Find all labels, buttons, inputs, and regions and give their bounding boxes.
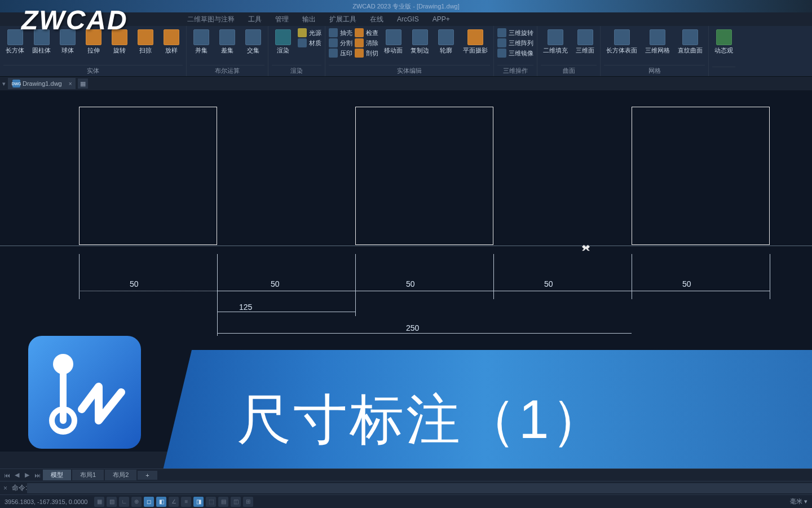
command-input[interactable] — [27, 483, 812, 493]
dim-text: 125 — [239, 303, 252, 312]
split-button[interactable]: 分割清除 — [329, 38, 378, 47]
dwg-icon: DWG — [12, 80, 20, 87]
menu-item[interactable]: 工具 — [241, 15, 268, 24]
panel-title: 网格 — [604, 65, 705, 75]
boxsurface-button[interactable]: 长方体表面 — [604, 28, 639, 56]
union-button[interactable]: 并集 — [190, 28, 213, 56]
annomon-toggle[interactable]: ⊞ — [243, 497, 253, 507]
next-tab-button[interactable]: ▶ — [23, 471, 32, 480]
shell-icon — [329, 28, 338, 37]
osnap-toggle[interactable]: ◻ — [144, 497, 154, 507]
grid-toggle[interactable]: ▦ — [94, 497, 104, 507]
doc-tab-drawing1[interactable]: DWG Drawing1.dwg × — [8, 78, 76, 89]
rotate3d-button[interactable]: 三维旋转 — [497, 28, 533, 37]
mirror3d-button[interactable]: 三维镜像 — [497, 49, 533, 58]
sweep-button[interactable]: 扫掠 — [134, 28, 157, 56]
check-icon — [355, 28, 364, 37]
ribbon-panel-surface: 二维填充 三维面 曲面 — [537, 26, 601, 76]
ribbon-panel-view: 动态观 — [709, 26, 739, 76]
flatshot-icon — [467, 29, 483, 45]
menu-item[interactable]: APP+ — [426, 15, 457, 23]
transp-toggle[interactable]: ▤ — [218, 497, 228, 507]
dim-ext — [770, 254, 770, 299]
union-icon — [193, 29, 209, 45]
cursor-coords: 3956.1803, -167.3915, 0.0000 — [5, 498, 87, 505]
menu-item[interactable]: 扩展工具 — [323, 15, 363, 24]
split-icon — [329, 38, 338, 47]
intersect-button[interactable]: 交集 — [242, 28, 264, 56]
subtract-button[interactable]: 差集 — [216, 28, 239, 56]
panel-title: 曲面 — [541, 65, 597, 75]
face3d-button[interactable]: 三维面 — [573, 28, 597, 56]
dyn-toggle[interactable]: ∠ — [169, 497, 179, 507]
menu-item[interactable]: 管理 — [268, 15, 295, 24]
menu-workspace[interactable]: 二维草图与注释 — [180, 15, 241, 24]
prev-tab-button[interactable]: ◀ — [12, 471, 21, 480]
snap-toggle[interactable]: ▧ — [107, 497, 117, 507]
loft-button[interactable]: 放样 — [160, 28, 183, 56]
dropdown-icon[interactable]: ▾ — [2, 80, 6, 87]
copyedge-button[interactable]: 复制边 — [408, 28, 431, 56]
ribbon-panel-solidedit: 抽壳检查 分割清除 压印剖切 移动面 复制边 轮廓 平面摄影 实体编辑 — [325, 26, 494, 76]
new-tab-icon[interactable]: ▦ — [78, 78, 88, 89]
drawing-canvas[interactable]: 5050505050125250 — [0, 90, 812, 452]
rulesurf-icon — [682, 29, 698, 45]
light-button[interactable]: 光源 — [298, 28, 321, 37]
layout-tab-layout1[interactable]: 布局1 — [72, 470, 104, 480]
dim-line — [632, 291, 770, 291]
last-tab-button[interactable]: ⏭ — [33, 471, 42, 480]
dim-line — [217, 312, 355, 312]
render-button[interactable]: 渲染 — [272, 28, 294, 56]
rotate3d-icon — [497, 28, 506, 37]
fill2d-button[interactable]: 二维填充 — [541, 28, 570, 56]
first-tab-button[interactable]: ⏮ — [2, 471, 11, 480]
moveface-icon — [386, 29, 401, 45]
dim-ext — [632, 254, 632, 299]
polar-toggle[interactable]: ⊕ — [131, 497, 142, 507]
moveface-button[interactable]: 移动面 — [382, 28, 405, 56]
menu-item[interactable]: 输出 — [295, 15, 323, 24]
face3d-icon — [577, 29, 593, 45]
material-icon — [298, 38, 307, 47]
lwt-toggle[interactable]: ≡ — [181, 497, 191, 507]
dim-text: 50 — [271, 279, 280, 288]
doc-tab-label: Drawing1.dwg — [23, 80, 62, 87]
array3d-icon — [497, 38, 506, 47]
shell-button[interactable]: 抽壳检查 — [329, 28, 378, 37]
menu-item[interactable]: ArcGIS — [390, 15, 426, 23]
command-bar: × 命令: — [0, 481, 812, 494]
panel-title: 渲染 — [272, 65, 321, 75]
material-button[interactable]: 材质 — [298, 38, 321, 47]
dim-line — [493, 291, 632, 291]
copyedge-icon — [412, 29, 428, 45]
close-icon[interactable]: × — [3, 484, 7, 492]
selcycle-toggle[interactable]: ◫ — [231, 497, 241, 507]
boxsurface-icon — [614, 29, 630, 45]
statusbar: 3956.1803, -167.3915, 0.0000 ▦ ▧ ∟ ⊕ ◻ ◧… — [0, 494, 812, 508]
dim-ext — [79, 254, 80, 299]
panel-title: 三维操作 — [497, 65, 533, 75]
close-icon[interactable]: × — [69, 81, 72, 87]
flatshot-button[interactable]: 平面摄影 — [461, 28, 490, 56]
array3d-button[interactable]: 三维阵列 — [497, 38, 533, 47]
dim-line — [217, 291, 355, 291]
unit-label: 毫米 — [790, 498, 802, 505]
cycle-toggle[interactable]: ◨ — [193, 497, 204, 507]
dim-line — [79, 291, 217, 291]
orbit-button[interactable]: 动态观 — [712, 28, 735, 56]
otrack-toggle[interactable]: ◧ — [156, 497, 166, 507]
dim-ext — [217, 313, 218, 336]
silhouette-button[interactable]: 轮廓 — [435, 28, 457, 56]
layout-tab-add[interactable]: + — [138, 471, 157, 480]
doc-tabs: ▾ DWG Drawing1.dwg × ▦ — [0, 77, 812, 90]
layout-tab-layout2[interactable]: 布局2 — [105, 470, 136, 480]
rulesurf-button[interactable]: 直纹曲面 — [676, 28, 705, 56]
iso-toggle[interactable]: ⬚ — [206, 497, 216, 507]
mesh3d-button[interactable]: 三维网格 — [643, 28, 672, 56]
imprint-button[interactable]: 压印剖切 — [329, 49, 378, 58]
box-icon — [7, 29, 23, 45]
dim-text: 50 — [544, 279, 553, 288]
menu-item[interactable]: 在线 — [363, 15, 390, 24]
ortho-toggle[interactable]: ∟ — [119, 497, 129, 507]
layout-tab-model[interactable]: 模型 — [43, 470, 71, 480]
